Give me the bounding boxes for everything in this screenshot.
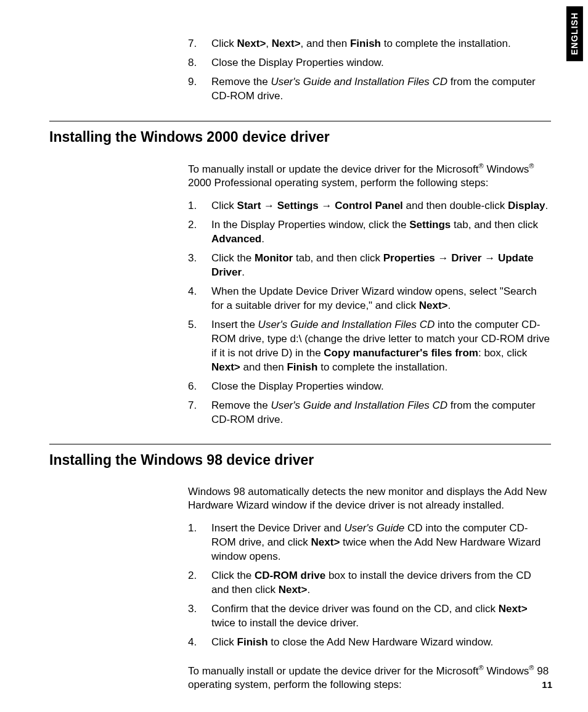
section2-outro: To manually install or update the device… <box>188 663 551 693</box>
step-text: Click the CD-ROM drive box to install th… <box>211 569 551 597</box>
step-item: 8.Close the Display Properties window. <box>188 56 551 70</box>
section-rule-2 <box>49 444 551 444</box>
step-text: Click Finish to close the Add New Hardwa… <box>211 636 551 650</box>
step-number: 7. <box>188 37 211 51</box>
step-text: Click Start → Settings → Control Panel a… <box>211 199 551 213</box>
step-text: Close the Display Properties window. <box>211 380 551 394</box>
step-text: Click Next>, Next>, and then Finish to c… <box>211 37 551 51</box>
step-item: 1.Insert the Device Driver and User's Gu… <box>188 522 551 564</box>
step-item: 9.Remove the User's Guide and Installati… <box>188 75 551 104</box>
section1-steps: 1.Click Start → Settings → Control Panel… <box>188 199 551 427</box>
step-number: 9. <box>188 75 211 104</box>
step-text: Insert the Device Driver and User's Guid… <box>211 522 551 564</box>
step-item: 3.Click the Monitor tab, and then click … <box>188 252 551 280</box>
step-item: 2.In the Display Properties window, clic… <box>188 218 551 247</box>
language-tab: ENGLISH <box>566 6 583 61</box>
step-number: 3. <box>188 602 211 631</box>
step-number: 7. <box>188 399 211 427</box>
step-item: 2.Click the CD-ROM drive box to install … <box>188 569 551 597</box>
section2-intro: Windows 98 automatically detects the new… <box>188 485 551 514</box>
section1-intro: To manually install or update the device… <box>188 162 551 191</box>
step-number: 8. <box>188 56 211 70</box>
step-text: Close the Display Properties window. <box>211 56 551 70</box>
step-number: 3. <box>188 252 211 280</box>
step-text: In the Display Properties window, click … <box>211 218 551 247</box>
step-item: 7.Remove the User's Guide and Installati… <box>188 399 551 427</box>
section1-body: To manually install or update the device… <box>188 162 551 427</box>
page-content: 7.Click Next>, Next>, and then Finish to… <box>0 0 588 712</box>
step-item: 3.Confirm that the device driver was fou… <box>188 602 551 631</box>
step-text: Insert the User's Guide and Installation… <box>211 318 551 375</box>
heading-win2000: Installing the Windows 2000 device drive… <box>49 128 551 147</box>
step-number: 4. <box>188 636 211 650</box>
step-text: When the Update Device Driver Wizard win… <box>211 285 551 313</box>
step-number: 1. <box>188 522 211 564</box>
heading-win98: Installing the Windows 98 device driver <box>49 451 551 470</box>
step-item: 4.Click Finish to close the Add New Hard… <box>188 636 551 650</box>
section-rule-1 <box>49 121 551 121</box>
step-item: 7.Click Next>, Next>, and then Finish to… <box>188 37 551 51</box>
step-number: 5. <box>188 318 211 375</box>
step-text: Remove the User's Guide and Installation… <box>211 399 551 427</box>
step-text: Remove the User's Guide and Installation… <box>211 75 551 104</box>
step-number: 2. <box>188 569 211 597</box>
step-text: Click the Monitor tab, and then click Pr… <box>211 252 551 280</box>
step-item: 6.Close the Display Properties window. <box>188 380 551 394</box>
top-steps-block: 7.Click Next>, Next>, and then Finish to… <box>188 37 551 104</box>
section2-steps: 1.Insert the Device Driver and User's Gu… <box>188 522 551 650</box>
step-number: 1. <box>188 199 211 213</box>
step-text: Confirm that the device driver was found… <box>211 602 551 631</box>
section2-body: Windows 98 automatically detects the new… <box>188 485 551 693</box>
step-item: 4.When the Update Device Driver Wizard w… <box>188 285 551 313</box>
step-number: 6. <box>188 380 211 394</box>
step-item: 1.Click Start → Settings → Control Panel… <box>188 199 551 213</box>
step-number: 4. <box>188 285 211 313</box>
page-number: 11 <box>542 679 552 691</box>
step-number: 2. <box>188 218 211 247</box>
step-item: 5.Insert the User's Guide and Installati… <box>188 318 551 375</box>
top-steps-list: 7.Click Next>, Next>, and then Finish to… <box>188 37 551 104</box>
